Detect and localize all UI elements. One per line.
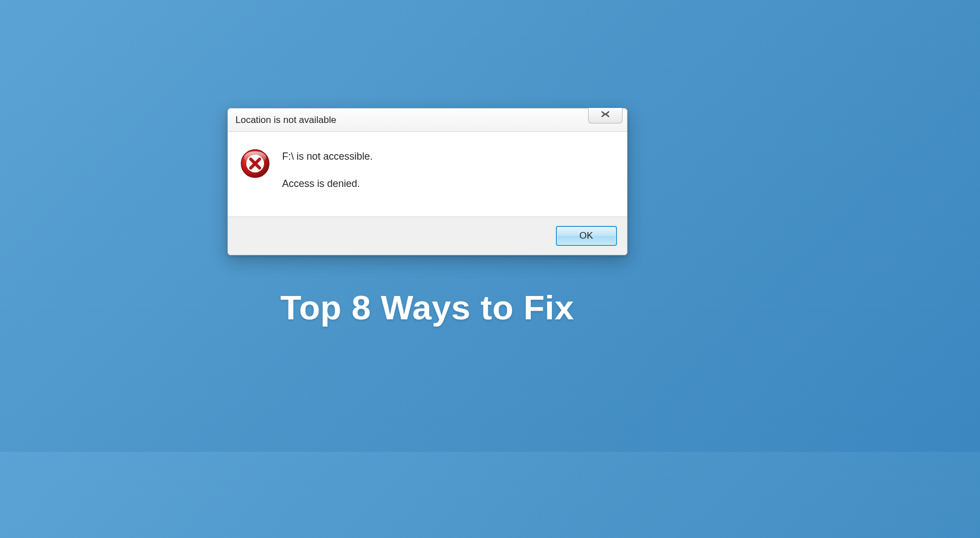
close-icon [600, 111, 610, 121]
message-block: F:\ is not accessible. Access is denied. [282, 147, 373, 190]
error-message-secondary: Access is denied. [282, 178, 373, 190]
error-dialog: Location is not available [227, 108, 628, 255]
error-message-primary: F:\ is not accessible. [282, 151, 373, 162]
close-button[interactable] [588, 108, 623, 124]
dialog-title: Location is not available [236, 115, 336, 126]
dialog-button-bar: OK [228, 216, 627, 255]
dialog-content: F:\ is not accessible. Access is denied. [228, 132, 627, 216]
ok-button[interactable]: OK [556, 226, 617, 246]
dialog-titlebar: Location is not available [228, 108, 627, 132]
page-caption: Top 8 Ways to Fix [280, 288, 574, 327]
error-icon [240, 149, 270, 179]
